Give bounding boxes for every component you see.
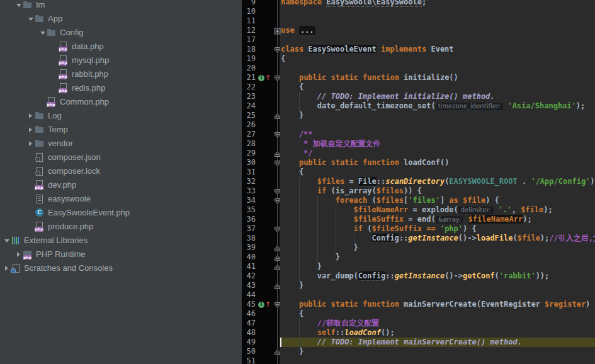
fold-collapse-icon[interactable] (274, 226, 281, 233)
code-line-51[interactable]: 51 (242, 356, 595, 364)
tree-item-mysql-php[interactable]: mysql.php (0, 54, 242, 67)
line-number[interactable]: 27 (242, 130, 256, 139)
code-line-41[interactable]: 41 } (242, 262, 595, 271)
code-line-30[interactable]: 30 public static function loadConf() (242, 158, 595, 168)
code-line-28[interactable]: 28 * 加载自定义配置文件 (242, 139, 595, 149)
line-number[interactable]: 17 (242, 35, 256, 45)
fold-end-icon[interactable] (274, 113, 281, 120)
fold-end-icon[interactable] (274, 349, 281, 356)
tree-item-external-libraries[interactable]: External Libraries (0, 234, 242, 247)
line-number[interactable]: 41 (242, 262, 256, 271)
fold-collapse-icon[interactable] (274, 75, 281, 82)
fold-collapse-icon[interactable] (274, 132, 281, 139)
code-line-29[interactable]: 29 */ (242, 149, 595, 158)
tree-item-php-runtime[interactable]: PHP Runtime (0, 247, 242, 261)
code-line-49[interactable]: 49 // TODO: Implement mainServerCreate()… (242, 338, 595, 347)
line-number[interactable]: 39 (242, 243, 256, 253)
tree-item-app[interactable]: App (0, 12, 242, 26)
code-line-11[interactable]: 11 (242, 16, 595, 26)
code-line-32[interactable]: 32 $files = File::scanDirectory(EASYSWOO… (242, 177, 595, 186)
line-number[interactable]: 24 (242, 101, 256, 111)
code-line-21[interactable]: 21I↑ public static function initialize() (242, 73, 595, 82)
line-number[interactable]: 11 (242, 16, 256, 26)
chevron-collapsed-icon[interactable] (26, 123, 35, 137)
fold-end-icon[interactable] (274, 151, 281, 157)
line-number[interactable]: 9 (242, 0, 256, 7)
code-line-17[interactable]: 17 (242, 35, 595, 45)
line-number[interactable]: 22 (242, 82, 256, 92)
code-line-48[interactable]: 48 self::loadConf(); (242, 328, 595, 338)
code-line-26[interactable]: 26 (242, 120, 595, 130)
code-line-12[interactable]: 12use ... (242, 26, 595, 35)
line-number[interactable]: 18 (242, 45, 256, 54)
tree-item-scratches-and-consoles[interactable]: Scratches and Consoles (0, 261, 242, 275)
code-line-27[interactable]: 27 /** (242, 130, 595, 139)
line-number[interactable]: 47 (242, 319, 256, 328)
tree-item-rabbit-php[interactable]: rabbit.php (0, 67, 242, 81)
line-number[interactable]: 48 (242, 328, 256, 338)
line-number[interactable]: 51 (242, 356, 256, 364)
line-number[interactable]: 42 (242, 271, 256, 281)
line-number[interactable]: 44 (242, 290, 256, 300)
tree-item-data-php[interactable]: data.php (0, 40, 242, 54)
line-number[interactable]: 49 (242, 338, 256, 347)
code-line-25[interactable]: 25 } (242, 111, 595, 120)
code-line-42[interactable]: 42 var_dump(Config::getInstance()->getCo… (242, 271, 595, 281)
tree-item-redis-php[interactable]: redis.php (0, 81, 242, 95)
tree-item-easyswooleevent-php[interactable]: EasySwooleEvent.php (0, 206, 242, 220)
code-line-34[interactable]: 34 foreach ($files['files'] as $file) { (242, 196, 595, 205)
chevron-collapsed-icon[interactable] (3, 261, 11, 275)
line-number[interactable]: 29 (242, 149, 256, 158)
line-number[interactable]: 20 (242, 64, 256, 73)
chevron-collapsed-icon[interactable] (26, 109, 35, 123)
code-line-36[interactable]: 36 $fileSuffix = end(&array: $fileNameAr… (242, 215, 595, 224)
chevron-collapsed-icon[interactable] (26, 137, 35, 151)
chevron-expanded-icon[interactable] (3, 234, 11, 247)
line-number[interactable]: 40 (242, 253, 256, 262)
line-number[interactable]: 35 (242, 205, 256, 215)
tree-item-temp[interactable]: Temp (0, 123, 242, 137)
code-line-45[interactable]: 45I↑ public static function mainServerCr… (242, 300, 595, 309)
tree-item-easyswoole[interactable]: easyswoole (0, 192, 242, 206)
code-line-19[interactable]: 19{ (242, 54, 595, 64)
code-line-22[interactable]: 22 { (242, 82, 595, 92)
line-number[interactable]: 21 (242, 73, 256, 82)
tree-item-dev-php[interactable]: dev.php (0, 178, 242, 192)
line-number[interactable]: 31 (242, 168, 256, 177)
fold-collapse-icon[interactable] (274, 302, 281, 309)
code-line-23[interactable]: 23 // TODO: Implement initialize() metho… (242, 92, 595, 101)
fold-collapse-icon[interactable] (274, 47, 281, 54)
code-line-38[interactable]: 38 Config::getInstance()->loadFile($file… (242, 234, 595, 243)
code-line-24[interactable]: 24 date_default_timezone_set(timezone_id… (242, 101, 595, 111)
line-number[interactable]: 30 (242, 158, 256, 168)
code-line-44[interactable]: 44 (242, 290, 595, 300)
line-number[interactable]: 37 (242, 224, 256, 234)
line-number[interactable]: 28 (242, 139, 256, 149)
tree-item-config[interactable]: Config (0, 26, 242, 40)
chevron-expanded-icon[interactable] (14, 0, 23, 12)
line-number[interactable]: 33 (242, 186, 256, 196)
tree-item-produce-php[interactable]: produce.php (0, 220, 242, 234)
fold-end-icon[interactable] (274, 283, 281, 290)
line-number[interactable]: 25 (242, 111, 256, 120)
chevron-collapsed-icon[interactable] (14, 247, 23, 261)
line-number[interactable]: 50 (242, 347, 256, 356)
code-line-10[interactable]: 10 (242, 7, 595, 16)
line-number[interactable]: 10 (242, 7, 256, 16)
line-number[interactable]: 46 (242, 309, 256, 319)
code-line-43[interactable]: 43 } (242, 281, 595, 290)
code-line-20[interactable]: 20 (242, 64, 595, 73)
line-number[interactable]: 45 (242, 300, 256, 309)
code-line-18[interactable]: 18class EasySwooleEvent implements Event (242, 45, 595, 54)
code-line-46[interactable]: 46 { (242, 309, 595, 319)
fold-collapse-icon[interactable] (274, 160, 281, 167)
fold-end-icon[interactable] (274, 245, 281, 252)
line-number[interactable]: 12 (242, 26, 256, 35)
line-number[interactable]: 32 (242, 177, 256, 186)
tree-item-composer-json[interactable]: composer.json (0, 151, 242, 164)
tree-item-composer-lock[interactable]: composer.lock (0, 164, 242, 178)
code-line-50[interactable]: 50 } (242, 347, 595, 356)
line-number[interactable]: 43 (242, 281, 256, 290)
code-line-39[interactable]: 39 } (242, 243, 595, 253)
code-line-40[interactable]: 40 } (242, 253, 595, 262)
